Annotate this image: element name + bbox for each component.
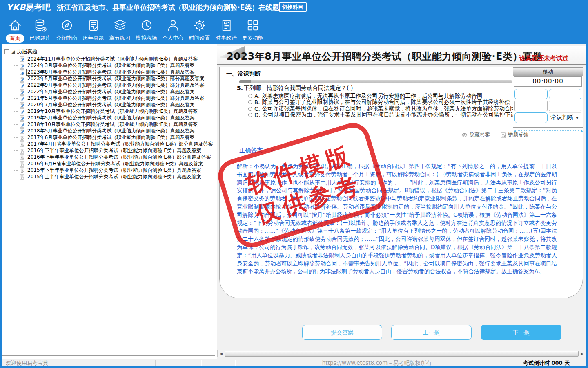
welcome-text: 欢迎使用易考宝典 [2, 359, 155, 367]
control-panel: 移动 00:00:00 常识判断 ▼ [513, 67, 583, 128]
eye-doc-icon [20, 167, 25, 173]
toolbar-item[interactable]: 历年真题 [80, 15, 107, 44]
guide-icon [59, 18, 75, 33]
tree-item-exam[interactable]: 2019年10月事业单位公开招聘分类考试（职业能力倾向测验·E类）真题及答案 [2, 108, 215, 114]
status-bar: 欢迎使用易考宝典 https://www.etest8.com－易考吧版权所有 … [2, 359, 586, 366]
radio-icon[interactable] [248, 100, 252, 104]
tree-item-exam[interactable]: 2015年下半年事业单位公开招聘分类考试（职业能力倾向测验·E类）真题及答案 [2, 167, 215, 173]
section-dropdown[interactable]: 常识判断 ▼ [549, 112, 582, 123]
pin-doc-icon [20, 69, 25, 75]
scroll-right-arrow[interactable]: ► [579, 350, 586, 357]
tree-item-exam[interactable]: 2023年5月事业单位公开招聘分类考试（职业能力倾向测验·E类）部分真题及答案 [2, 75, 215, 82]
chapter-practice-icon [112, 18, 128, 33]
toolbar-item[interactable]: 时事政治 [213, 15, 239, 44]
tree-item-exam[interactable]: 2018年5月事业单位公开招聘分类考试（职业能力倾向测验·E类）真题及答案 [2, 128, 215, 134]
panel-button[interactable] [514, 101, 548, 111]
tree-item-exam[interactable]: 2017年6月事业单位公开招聘分类考试（职业能力倾向测验·E类）真题及答案 [2, 134, 215, 141]
user-center-icon [165, 18, 181, 33]
correct-answer: 正确答案：A [239, 146, 274, 154]
next-question-button[interactable]: 下一题 [481, 325, 561, 340]
title-bar: YKB易考吧 浙江省直及地市、县事业单位招聘考试（职业能力倾向测验·E类）在线题… [0, 0, 588, 15]
folder-icon: ◢ [11, 49, 15, 54]
tree-item-exam[interactable]: 2019年5月事业单位公开招聘分类考试（职业能力倾向测验·E类）真题及答案 [2, 114, 215, 121]
scrollbar-thumb[interactable] [225, 351, 579, 357]
question-text: 5.下列哪一情形符合我国劳动合同法规定？( ) [237, 85, 353, 92]
toolbar-item[interactable]: 模拟考场 [133, 15, 160, 44]
tree-item-exam[interactable]: 2024年11月事业单位公开招聘分类考试（职业能力倾向测验·E类）真题及答案 [2, 56, 215, 62]
app-logo: YKB易考吧 [0, 2, 51, 13]
tree-item-exam[interactable]: 2016年6月H省事业单位公开招聘分类考试（职业能力倾向测验·E类）真题及答案 [2, 160, 215, 167]
question-slider[interactable]: ▲ ▲ [514, 128, 583, 133]
pencil-doc-icon [20, 102, 25, 108]
toolbar-item[interactable]: 已购题库 [27, 15, 53, 44]
toolbar-item[interactable]: 章节练习 [107, 15, 133, 44]
radio-icon[interactable] [248, 113, 252, 117]
pencil-doc-icon [20, 56, 25, 62]
submit-answer-button[interactable]: 提交答案 [302, 325, 382, 340]
toolbar-item[interactable]: 介绍指南 [53, 15, 80, 44]
tree-item-exam[interactable]: 2018年10月事业单位公开招聘分类考试（职业能力倾向测验·E类）真题及答案 [2, 121, 215, 128]
panel-button[interactable] [549, 89, 582, 99]
tree-item-exam[interactable]: 2023年8月事业单位公开招聘分类考试（职业能力倾向测验·E类）真题及答案 [2, 69, 215, 75]
tree-item-exam[interactable]: 2021年5月事业单位公开招聘分类考试（职业能力倾向测验·E类）部分真题及答案 [2, 95, 215, 101]
tree-item-exam[interactable]: 2020年7月事业单位公开招聘分类考试（职业能力倾向测验·E类）真题及答案 [2, 101, 215, 108]
slider-track[interactable] [518, 130, 579, 131]
exam-timer: 00:00:00 [514, 76, 582, 87]
tree-item-exam[interactable]: 2016年下半年事业单位公开招聘分类考试（职业能力倾向测验·E类）真题及答案 [2, 147, 215, 154]
hide-answer-link[interactable]: 隐藏答案 [461, 132, 490, 139]
tree-item-exam[interactable]: 2015年上半年事业单位公开招聘分类考试（职业能力倾向测验·E类）真题及答案 [2, 173, 215, 180]
horizontal-scrollbar[interactable]: ◄ ► [217, 350, 586, 357]
purchased-bank-icon [33, 18, 48, 33]
pencil-doc-icon [20, 121, 25, 128]
toolbar-item[interactable]: 时间设置 [186, 15, 213, 44]
window-frame-left [0, 44, 2, 368]
more-features-icon [245, 18, 261, 33]
copyright-text: https://www.etest8.com－易考吧版权所有 [235, 359, 519, 367]
section-title: 一、常识判断 [226, 70, 261, 78]
app-window: YKB易考吧 浙江省直及地市、县事业单位招聘考试（职业能力倾向测验·E类）在线题… [0, 0, 588, 368]
pencil-doc-icon [20, 95, 25, 101]
progress-bar [239, 80, 512, 83]
eye-doc-icon [20, 148, 25, 154]
switch-subject-button[interactable]: 切换科目 [279, 2, 307, 12]
previous-question-button[interactable]: 上一题 [391, 325, 472, 340]
past-papers-icon [86, 18, 101, 33]
panel-button[interactable] [514, 112, 548, 123]
eye-doc-icon [20, 141, 25, 147]
panel-button[interactable] [549, 101, 582, 111]
eye-doc-icon [20, 154, 25, 160]
panel-buttons: 常识判断 ▼ [513, 88, 583, 124]
slider-left-arrow[interactable]: ▲ [514, 129, 517, 133]
scroll-left-arrow[interactable]: ◄ [218, 350, 224, 357]
radio-icon[interactable] [248, 107, 252, 111]
pencil-doc-icon [20, 128, 25, 134]
chevron-down-icon: ▼ [576, 116, 579, 120]
eye-doc-icon [20, 161, 25, 167]
toolbar-item[interactable]: 首页 [3, 15, 27, 44]
radio-icon[interactable] [248, 94, 252, 98]
tree-item-exam[interactable]: 2022年9月事业单位公开招聘分类考试（职业能力倾向测验·E类）部分真题及答案 [2, 82, 215, 88]
paper-title: 2023年8月事业单位公开招聘分类考试（职业能力倾向测验·E类）真题 [227, 50, 543, 63]
eye-doc-icon [20, 135, 25, 141]
pencil-doc-icon [20, 76, 25, 82]
slider-right-arrow[interactable]: ▲ [580, 129, 583, 133]
pencil-doc-icon [20, 82, 25, 88]
mock-exam-icon [139, 18, 154, 33]
tree-item-exam[interactable]: 2016年上半年事业单位公开招聘分类考试（职业能力倾向测验·E类）部分真题及答案 [2, 154, 215, 160]
panel-drag-handle[interactable]: 移动 [513, 68, 583, 76]
toolbar-item[interactable]: 个人中心 [160, 15, 186, 44]
tree-root-node[interactable]: ◢ 历届真题 [4, 48, 215, 55]
window-frame-right [586, 44, 588, 368]
tree-item-exam[interactable]: 2022年5月事业单位公开招聘分类考试（职业能力倾向测验·E类）真题及答案 [2, 88, 215, 95]
collapse-icon[interactable] [4, 49, 9, 54]
tree-item-exam[interactable]: 2024年3月事业单位公开招聘分类考试（职业能力倾向测验·E类）真题及答案 [2, 62, 215, 69]
toolbar-item[interactable]: 更多功能 [239, 15, 266, 44]
panel-button[interactable] [514, 89, 548, 99]
analysis-text: 解析：小易认为，考点为劳动法常识。A项正确，根据《劳动合同法》第四十条规定：“有… [237, 162, 557, 276]
main-toolbar: 首页 已购题库 介绍指南 历年真题 章节练习 模拟考场 个人中心 [0, 15, 588, 44]
pencil-doc-icon [20, 115, 25, 121]
tree-item-exam[interactable]: 2017年4月H省事业单位公开招聘分类考试（职业能力倾向测验·E类）部分真题及答… [2, 141, 215, 147]
pencil-doc-icon [20, 89, 25, 95]
eye-doc-icon [20, 174, 25, 180]
window-frame-bottom [0, 366, 588, 368]
